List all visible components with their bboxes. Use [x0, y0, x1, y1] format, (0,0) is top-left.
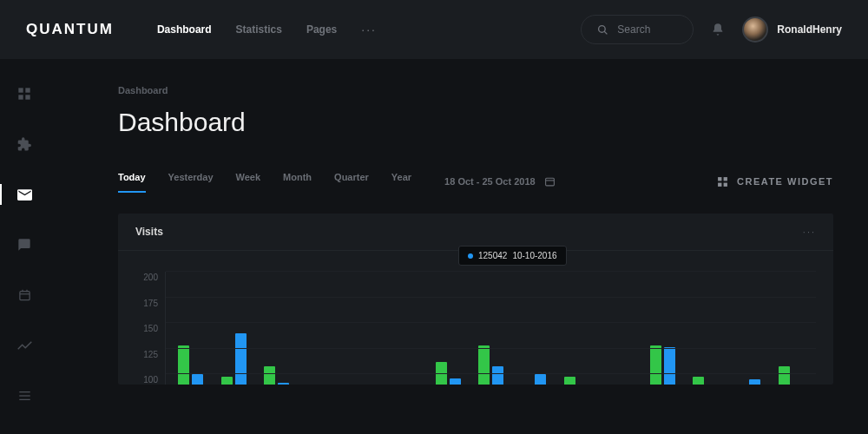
filter-today[interactable]: Today [118, 172, 146, 191]
bell-icon [711, 23, 725, 36]
calendar-icon [18, 288, 31, 302]
y-tick: 100 [143, 375, 158, 385]
filter-year[interactable]: Year [391, 172, 411, 191]
visits-card: Visits ··· 125042 10-10-2016 20017515012… [118, 214, 833, 385]
grid-line [166, 373, 816, 374]
chat-icon [17, 238, 31, 252]
mail-icon [17, 189, 32, 201]
tooltip-date: 10-10-2016 [512, 251, 556, 260]
grid-line [166, 322, 816, 323]
bar-blue [492, 366, 503, 385]
chart-plot-area [165, 272, 816, 385]
chart-bars [166, 272, 816, 385]
bar-green [779, 366, 790, 385]
svg-rect-16 [724, 177, 727, 181]
page-title: Dashboard [118, 108, 833, 137]
calendar-icon [544, 175, 556, 187]
y-tick: 125 [143, 349, 158, 358]
avatar [742, 16, 768, 43]
bar-blue [749, 379, 760, 385]
y-tick: 175 [143, 298, 158, 307]
svg-rect-6 [19, 292, 29, 300]
trending-icon [17, 340, 32, 351]
svg-rect-4 [18, 95, 23, 99]
topbar: QUANTUM Dashboard Statistics Pages ··· S… [0, 0, 868, 59]
bar-green [221, 377, 233, 385]
user-menu[interactable]: RonaldHenry [742, 16, 842, 43]
filter-month[interactable]: Month [283, 172, 312, 191]
sidebar-dashboard[interactable] [0, 80, 49, 108]
svg-rect-13 [545, 178, 554, 186]
filter-row: Today Yesterday Week Month Quarter Year … [118, 172, 833, 191]
svg-line-1 [604, 31, 607, 34]
sidebar-menu[interactable] [0, 382, 49, 410]
card-body: 125042 10-10-2016 200175150125100 [118, 251, 833, 385]
date-range-label: 18 Oct - 25 Oct 2018 [444, 176, 536, 187]
bar-green [564, 377, 575, 385]
svg-rect-15 [718, 177, 721, 181]
search-placeholder: Search [617, 23, 650, 36]
notifications-button[interactable] [711, 23, 725, 36]
card-more-button[interactable]: ··· [803, 227, 816, 237]
date-range-picker[interactable]: 18 Oct - 25 Oct 2018 [444, 175, 556, 187]
svg-point-0 [599, 25, 606, 32]
bar-group [686, 377, 725, 385]
bar-group [171, 345, 210, 385]
menu-icon [18, 391, 31, 401]
nav-dashboard[interactable]: Dashboard [157, 23, 212, 36]
breadcrumb: Dashboard [118, 85, 833, 95]
widget-icon [717, 176, 728, 187]
bar-group [772, 366, 811, 385]
bar-blue [235, 333, 247, 385]
bar-group [471, 345, 510, 385]
bar-group [214, 333, 253, 385]
sidebar-extensions[interactable] [0, 130, 49, 158]
main-content: Dashboard Dashboard Today Yesterday Week… [49, 59, 868, 434]
bar-blue [664, 347, 675, 385]
sidebar-chat[interactable] [0, 231, 49, 259]
grid-icon [17, 87, 31, 101]
visits-chart: 200175150125100 [135, 272, 816, 385]
svg-rect-18 [724, 182, 727, 186]
bar-blue [535, 374, 546, 385]
bar-blue [192, 374, 203, 385]
puzzle-icon [17, 137, 32, 152]
bar-group [728, 379, 767, 385]
search-input[interactable]: Search [581, 15, 694, 44]
nav-more[interactable]: ··· [361, 23, 377, 36]
grid-line [166, 271, 816, 272]
sidebar-analytics[interactable] [0, 332, 49, 359]
bar-group [642, 345, 681, 385]
bar-group [557, 377, 596, 385]
y-tick: 150 [143, 324, 158, 333]
create-widget-button[interactable]: CREATE WIDGET [717, 176, 833, 187]
username: RonaldHenry [777, 23, 842, 36]
tooltip-value: 125042 [478, 251, 507, 260]
bar-blue [278, 383, 289, 385]
brand-logo: QUANTUM [26, 21, 114, 38]
chart-y-axis: 200175150125100 [135, 272, 165, 385]
bar-green [178, 345, 189, 385]
bar-blue [450, 378, 461, 385]
svg-rect-3 [25, 88, 30, 92]
filter-yesterday[interactable]: Yesterday [168, 172, 214, 191]
svg-rect-17 [718, 182, 721, 186]
nav-pages[interactable]: Pages [306, 23, 337, 36]
card-title: Visits [135, 226, 163, 238]
tooltip-dot-icon [468, 253, 473, 259]
grid-line [166, 297, 816, 298]
sidebar-mail[interactable] [0, 181, 49, 208]
bar-green [693, 377, 704, 385]
filter-week[interactable]: Week [236, 172, 261, 191]
svg-rect-5 [25, 95, 30, 99]
grid-line [166, 348, 816, 349]
time-filter-tabs: Today Yesterday Week Month Quarter Year [118, 172, 411, 191]
sidebar [0, 59, 49, 434]
filter-quarter[interactable]: Quarter [334, 172, 369, 191]
sidebar-calendar[interactable] [0, 281, 49, 309]
bar-group [257, 366, 296, 385]
bar-group [514, 374, 553, 385]
nav-statistics[interactable]: Statistics [236, 23, 282, 36]
svg-rect-2 [18, 88, 23, 92]
bar-green [650, 345, 661, 385]
